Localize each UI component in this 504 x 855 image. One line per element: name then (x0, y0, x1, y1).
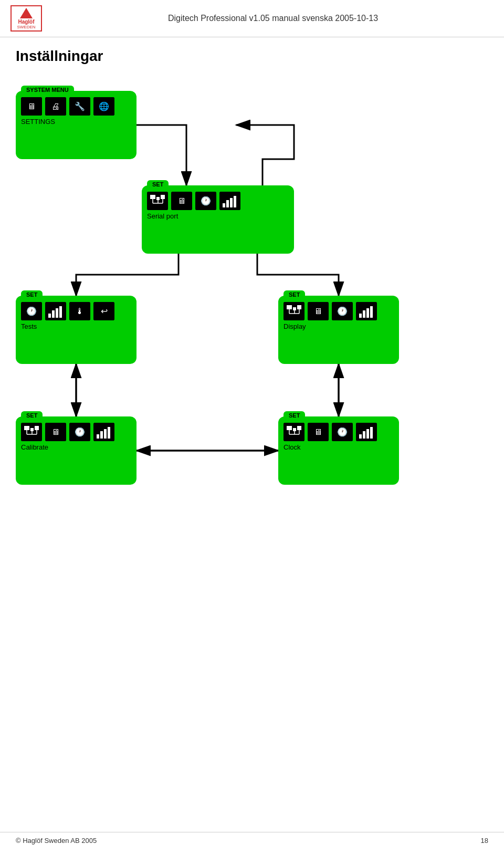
monitor-icon-clock: 🖥 (308, 423, 329, 441)
set-tests-inner: SET 🕐 🌡 ↩ Tests (21, 302, 131, 361)
network-icon-clock (284, 423, 304, 441)
svg-rect-13 (48, 314, 51, 318)
arrow-set-return (236, 125, 294, 185)
page-footer: © Haglöf Sweden AB 2005 18 (0, 832, 504, 844)
set-central-box: SET 🖥 🕐 (142, 185, 294, 254)
set-central-tab: SET (147, 180, 169, 189)
thermometer-icon-tests: 🌡 (69, 302, 90, 320)
clock-icon-tests: 🕐 (21, 302, 42, 320)
copyright: © Haglöf Sweden AB 2005 (16, 837, 97, 844)
network-icon-calibrate (21, 423, 42, 441)
return-icon-tests: ↩ (93, 302, 114, 320)
page-title: Inställningar (0, 37, 504, 70)
set-calibrate-icons: 🖥 🕐 (21, 423, 131, 441)
set-tests-tab: SET (21, 290, 43, 299)
monitor-icon: 🖨 (45, 97, 66, 116)
set-clock-label: Clock (284, 443, 394, 451)
clock-icon-central: 🕐 (195, 192, 216, 210)
svg-rect-17 (287, 305, 292, 309)
set-central-icons: 🖥 🕐 (147, 192, 289, 210)
svg-rect-11 (230, 198, 233, 207)
set-calibrate-label: Calibrate (21, 443, 131, 451)
svg-rect-46 (359, 434, 362, 439)
set-clock-tab: SET (284, 411, 305, 420)
svg-rect-18 (293, 307, 296, 310)
logo-triangle-icon (20, 8, 33, 18)
svg-rect-9 (223, 203, 225, 207)
clock-icon-calibrate: 🕐 (69, 423, 90, 441)
network-icon (147, 192, 168, 210)
chart-icon-central (219, 192, 240, 210)
svg-rect-25 (363, 310, 365, 318)
svg-rect-4 (161, 195, 165, 199)
svg-rect-49 (370, 427, 373, 439)
system-menu-inner: SYSTEM MENU 🖥 🖨 🔧 🌐 SETTINGS (21, 97, 131, 156)
arrow-systemmenu-to-set (136, 125, 186, 185)
monitor-icon-calibrate: 🖥 (45, 423, 66, 441)
set-display-box: SET 🖥 🕐 (278, 296, 399, 364)
system-menu-label: SETTINGS (21, 118, 131, 126)
svg-rect-10 (226, 200, 229, 207)
svg-rect-19 (297, 305, 301, 309)
chart-icon-clock (356, 423, 377, 441)
set-tests-icons: 🕐 🌡 ↩ (21, 302, 131, 320)
svg-rect-36 (100, 431, 103, 439)
svg-rect-27 (370, 306, 373, 318)
header-title: Digitech Professional v1.05 manual svens… (52, 14, 494, 23)
display-icon-central: 🖥 (171, 192, 192, 210)
set-display-icons: 🖥 🕐 (284, 302, 394, 320)
svg-rect-24 (359, 314, 362, 318)
svg-rect-16 (59, 306, 62, 318)
clock-icon-display: 🕐 (332, 302, 353, 320)
chart-icon-display (356, 302, 377, 320)
svg-rect-28 (24, 426, 29, 430)
arrow-set-to-tests (76, 254, 178, 296)
set-tests-label: Tests (21, 322, 131, 330)
set-display-inner: SET 🖥 🕐 (284, 302, 394, 361)
svg-rect-48 (366, 429, 369, 439)
set-clock-icons: 🖥 🕐 (284, 423, 394, 441)
svg-rect-40 (293, 428, 296, 431)
svg-rect-26 (366, 308, 369, 318)
svg-rect-12 (234, 196, 236, 207)
set-tests-box: SET 🕐 🌡 ↩ Tests (16, 296, 136, 364)
svg-rect-29 (30, 428, 34, 431)
globe-icon: 🌐 (93, 97, 114, 116)
footer-page-number: 18 (481, 837, 488, 844)
chart-icon-tests (45, 302, 66, 320)
system-menu-icons: 🖥 🖨 🔧 🌐 (21, 97, 131, 116)
monitor-icon-display: 🖥 (308, 302, 329, 320)
clock-icon-clock: 🕐 (332, 423, 353, 441)
svg-rect-37 (104, 429, 107, 439)
logo-brand: Haglöf (18, 19, 34, 25)
logo-box: Haglöf SWEDEN (10, 5, 42, 32)
set-central-inner: SET 🖥 🕐 (147, 192, 289, 251)
svg-rect-30 (35, 426, 39, 430)
system-menu-box: SYSTEM MENU 🖥 🖨 🔧 🌐 SETTINGS (16, 91, 136, 159)
arrow-set-to-display (257, 254, 339, 296)
page-header: Haglöf SWEDEN Digitech Professional v1.0… (0, 0, 504, 37)
svg-rect-14 (52, 310, 55, 318)
tools-icon: 🔧 (69, 97, 90, 116)
svg-rect-3 (156, 197, 160, 200)
set-central-label: Serial port (147, 212, 289, 220)
network-icon-display (284, 302, 304, 320)
set-display-tab: SET (284, 290, 305, 299)
svg-rect-38 (108, 427, 110, 439)
set-calibrate-inner: SET 🖥 🕐 (21, 423, 131, 482)
diagram-area: SYSTEM MENU 🖥 🖨 🔧 🌐 SETTINGS SET (0, 70, 504, 621)
logo-country: SWEDEN (17, 25, 35, 29)
chart-icon-calibrate (93, 423, 114, 441)
set-clock-box: SET 🖥 🕐 (278, 416, 399, 485)
logo: Haglöf SWEDEN (10, 5, 42, 32)
set-calibrate-box: SET 🖥 🕐 (16, 416, 136, 485)
svg-rect-47 (363, 431, 365, 439)
svg-rect-41 (297, 426, 301, 430)
set-calibrate-tab: SET (21, 411, 43, 420)
set-display-label: Display (284, 322, 394, 330)
svg-rect-39 (287, 426, 292, 430)
system-menu-tab: SYSTEM MENU (21, 86, 74, 94)
computer-icon: 🖥 (21, 97, 42, 116)
svg-rect-35 (97, 434, 99, 439)
svg-rect-15 (56, 308, 58, 318)
